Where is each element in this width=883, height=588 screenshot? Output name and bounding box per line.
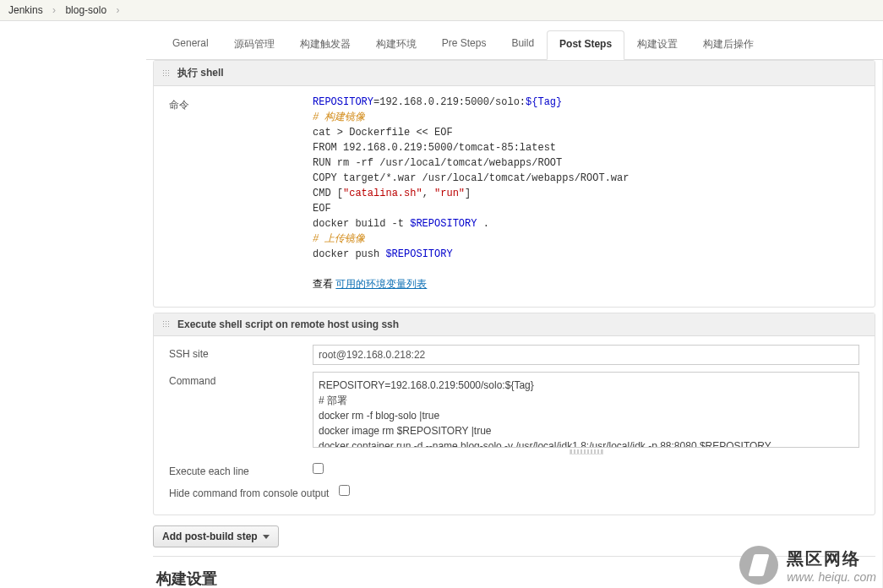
ssh-site-input[interactable] [313,345,859,365]
chevron-right-icon: › [52,4,56,16]
ssh-exec-section: Execute shell script on remote host usin… [153,313,875,515]
tab-triggers[interactable]: 构建触发器 [287,30,363,59]
section-title: Execute shell script on remote host usin… [177,318,399,330]
watermark-url: www. heiqu. com [787,570,876,584]
hide-command-checkbox[interactable] [339,485,350,496]
caret-down-icon [263,535,270,539]
section-title: 执行 shell [177,66,224,80]
tab-pre-steps[interactable]: Pre Steps [429,30,499,59]
ssh-command-label: Command [169,372,313,387]
tab-general[interactable]: General [160,30,221,59]
execute-shell-section: 执行 shell 命令 REPOSITORY=192.168.0.219:500… [153,60,875,308]
hide-command-label: Hide command from console output [169,484,339,499]
exec-each-line-label: Execute each line [169,462,313,477]
breadcrumb-job[interactable]: blog-solo [65,4,106,16]
ssh-site-label: SSH site [169,345,313,360]
config-tabs: General 源码管理 构建触发器 构建环境 Pre Steps Build … [146,21,883,60]
watermark-title: 黑区网络 [787,547,876,570]
tab-scm[interactable]: 源码管理 [221,30,287,59]
watermark: 黑区网络 www. heiqu. com [739,546,876,585]
tab-post-steps[interactable]: Post Steps [547,30,624,60]
see-label: 查看 [313,278,335,290]
watermark-logo-icon [739,546,778,585]
section-header[interactable]: 执行 shell [154,61,875,86]
tab-build[interactable]: Build [499,30,547,59]
tab-env[interactable]: 构建环境 [363,30,429,59]
breadcrumb-root[interactable]: Jenkins [8,4,43,16]
ssh-command-textarea[interactable]: REPOSITORY=192.168.0.219:5000/solo:${Tag… [313,372,859,448]
shell-command-code[interactable]: REPOSITORY=192.168.0.219:5000/solo:${Tag… [313,95,859,262]
drag-handle-icon[interactable] [162,320,171,329]
drag-handle-icon[interactable] [162,69,171,78]
tab-build-settings[interactable]: 构建设置 [624,30,690,59]
add-post-build-step-button[interactable]: Add post-build step [153,525,279,547]
command-label: 命令 [169,95,313,112]
tab-post-build[interactable]: 构建后操作 [690,30,766,59]
breadcrumb: Jenkins › blog-solo › [0,0,883,21]
chevron-right-icon: › [116,4,119,16]
exec-each-line-checkbox[interactable] [313,463,324,474]
resize-handle-icon[interactable] [570,449,603,455]
env-vars-link[interactable]: 可用的环境变量列表 [335,278,427,290]
section-header[interactable]: Execute shell script on remote host usin… [154,313,875,336]
